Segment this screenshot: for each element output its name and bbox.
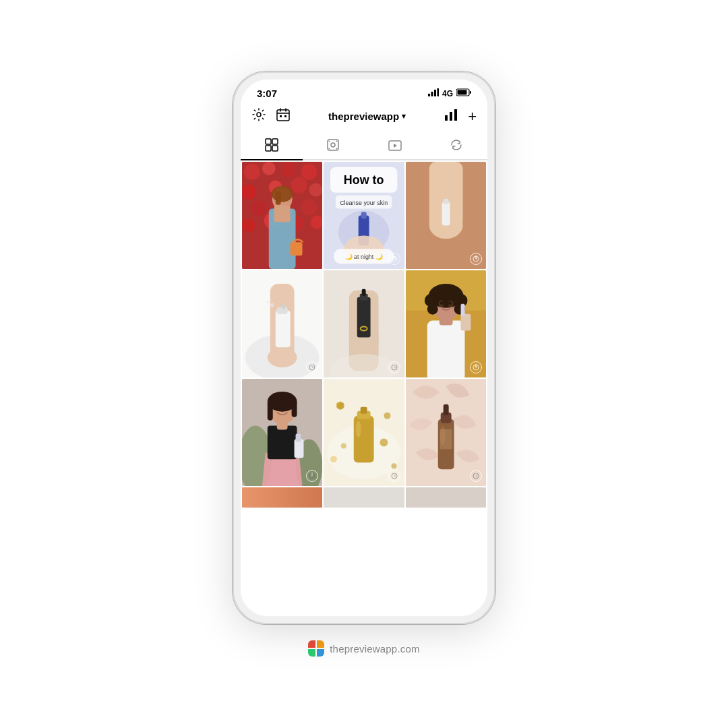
svg-point-104: [427, 304, 437, 315]
logo-quadrant-4: [317, 649, 324, 657]
svg-rect-127: [296, 434, 301, 442]
svg-rect-13: [454, 109, 457, 121]
grid-row-1: How to Cleanse your skin: [242, 162, 486, 486]
calendar-icon[interactable]: [276, 107, 291, 125]
svg-point-23: [336, 148, 338, 150]
svg-point-37: [242, 219, 255, 233]
svg-rect-111: [460, 304, 464, 316]
svg-rect-11: [445, 115, 448, 121]
svg-rect-5: [458, 90, 467, 95]
tab-refresh[interactable]: [426, 131, 488, 159]
grid-cell-7[interactable]: [242, 379, 322, 486]
svg-point-78: [269, 299, 272, 301]
svg-rect-122: [268, 400, 273, 421]
svg-rect-14: [266, 139, 271, 144]
svg-rect-17: [272, 146, 278, 151]
svg-rect-73: [276, 311, 291, 348]
grid-cell-2[interactable]: How to Cleanse your skin: [324, 162, 404, 269]
svg-point-30: [242, 185, 256, 200]
partial-cell-3: [406, 487, 486, 508]
svg-point-124: [276, 408, 280, 411]
svg-rect-65: [443, 199, 448, 204]
grid-cell-4[interactable]: [242, 270, 322, 377]
svg-point-76: [270, 303, 274, 307]
grid-cell-1[interactable]: [242, 162, 322, 269]
partial-cell-1: [242, 487, 322, 508]
grid-cell-6[interactable]: [406, 270, 486, 377]
svg-text:🌙 at night 🌙: 🌙 at night 🌙: [345, 253, 384, 261]
svg-rect-64: [442, 202, 450, 226]
svg-rect-87: [373, 330, 379, 348]
svg-rect-16: [266, 146, 271, 151]
photo-grid: How to Cleanse your skin: [241, 160, 487, 616]
svg-rect-54: [361, 212, 367, 219]
svg-point-77: [266, 301, 269, 304]
header-right: +: [444, 107, 477, 125]
svg-point-44: [272, 186, 293, 202]
svg-point-7: [257, 113, 261, 117]
partial-cell-2: [324, 487, 404, 508]
username-display[interactable]: thepreviewapp ▾: [328, 111, 406, 122]
svg-rect-126: [295, 439, 304, 458]
settings-icon[interactable]: [251, 107, 266, 125]
status-icons: 4G: [428, 88, 471, 98]
svg-point-136: [356, 421, 361, 437]
clock-icon-8: [388, 470, 400, 482]
phone-inner: 3:07 4G: [241, 80, 487, 616]
chevron-icon: ▾: [402, 112, 406, 121]
svg-point-29: [301, 164, 317, 180]
svg-rect-15: [272, 139, 278, 144]
svg-point-139: [384, 413, 391, 419]
svg-rect-2: [434, 90, 436, 96]
clock-icon-5: [388, 361, 400, 373]
svg-point-108: [439, 301, 444, 305]
svg-rect-6: [470, 91, 471, 94]
grid-cell-5[interactable]: [324, 270, 404, 377]
svg-rect-75: [282, 304, 285, 309]
logo-quadrant-2: [317, 640, 324, 648]
svg-rect-43: [274, 206, 291, 222]
grid-cell-3[interactable]: [406, 162, 486, 269]
svg-rect-135: [361, 407, 367, 414]
add-icon[interactable]: +: [468, 109, 477, 124]
svg-rect-45: [276, 191, 281, 205]
tab-bar: [241, 131, 487, 160]
svg-rect-10: [284, 115, 286, 117]
svg-point-22: [329, 148, 330, 150]
svg-point-20: [329, 141, 330, 142]
app-header: thepreviewapp ▾ +: [241, 103, 487, 131]
grid-cell-8[interactable]: [324, 379, 404, 486]
footer-logo: [308, 640, 324, 657]
svg-point-32: [291, 177, 307, 193]
svg-point-34: [251, 201, 267, 217]
svg-rect-155: [439, 429, 452, 450]
status-bar: 3:07 4G: [241, 80, 487, 103]
svg-rect-123: [292, 400, 297, 417]
svg-rect-84: [349, 328, 356, 348]
grid-cell-9[interactable]: [406, 379, 486, 486]
svg-point-36: [301, 200, 317, 216]
svg-rect-46: [291, 242, 303, 255]
logo-quadrant-3: [308, 649, 315, 657]
grid-partial-row: [242, 487, 486, 508]
header-left: [251, 107, 291, 125]
svg-point-19: [331, 143, 335, 147]
status-time: 3:07: [257, 88, 277, 99]
svg-rect-118: [268, 426, 297, 460]
svg-text:Cleanse your skin: Cleanse your skin: [340, 200, 388, 206]
tab-grid[interactable]: [241, 131, 303, 159]
tab-reels-1[interactable]: [303, 131, 365, 159]
chart-icon[interactable]: [444, 107, 458, 125]
svg-rect-3: [437, 88, 439, 96]
svg-point-33: [309, 183, 322, 197]
svg-text:How to: How to: [344, 173, 384, 187]
clock-icon-2: [388, 253, 400, 265]
svg-rect-0: [428, 94, 430, 96]
tab-reels-2[interactable]: [364, 131, 426, 159]
svg-point-27: [262, 162, 276, 175]
svg-rect-1: [431, 92, 433, 96]
svg-rect-90: [362, 289, 366, 296]
svg-point-109: [448, 301, 452, 305]
svg-point-142: [330, 456, 337, 463]
battery-icon: [456, 88, 471, 98]
